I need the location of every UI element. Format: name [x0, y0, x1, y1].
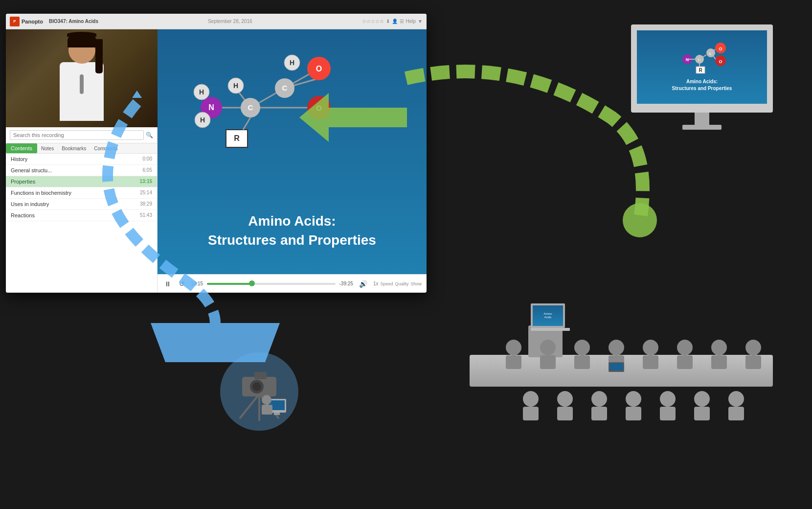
svg-point-41 — [252, 382, 261, 391]
svg-point-63 — [745, 340, 761, 355]
svg-rect-52 — [574, 355, 590, 369]
browser-title: BIO347: Amino Acids — [49, 19, 98, 24]
svg-rect-70 — [591, 407, 607, 420]
browser-logo: P Panopto — [10, 17, 43, 26]
monitor-stand — [695, 113, 709, 125]
svg-rect-64 — [745, 355, 761, 369]
svg-point-49 — [540, 340, 556, 355]
svg-rect-46 — [262, 405, 272, 415]
svg-text:R: R — [699, 68, 702, 73]
svg-rect-56 — [609, 363, 623, 370]
quality-text: Quality — [395, 281, 408, 286]
svg-rect-48 — [506, 355, 521, 369]
svg-point-69 — [591, 391, 607, 407]
svg-rect-39 — [254, 372, 267, 379]
monitor-base — [682, 125, 722, 130]
svg-point-61 — [711, 340, 727, 355]
svg-rect-74 — [660, 407, 676, 420]
svg-rect-78 — [728, 407, 744, 420]
monitor-molecule: N C C O O R — [677, 42, 726, 76]
svg-rect-44 — [274, 413, 280, 415]
help-button[interactable]: Help — [406, 19, 416, 24]
svg-rect-58 — [643, 355, 658, 369]
svg-point-45 — [262, 395, 271, 405]
svg-text:O: O — [719, 46, 722, 51]
browser-controls: ☆☆☆☆☆ ⬇ 👤 ☰ Help ▼ — [362, 19, 423, 24]
svg-rect-60 — [677, 355, 693, 369]
speed-label: 1x — [373, 281, 379, 286]
svg-marker-34 — [132, 91, 142, 98]
blue-dashed-arrow — [10, 88, 352, 362]
svg-point-77 — [728, 391, 744, 407]
show-text: Show — [410, 281, 422, 286]
svg-text:O: O — [719, 59, 722, 64]
svg-point-51 — [574, 340, 590, 355]
svg-point-32 — [623, 203, 657, 237]
svg-rect-66 — [523, 407, 539, 420]
svg-point-73 — [660, 391, 676, 407]
camera-operator-area — [220, 352, 298, 431]
svg-point-57 — [643, 340, 658, 355]
ctrl-right: 1x Speed Quality Show — [373, 281, 422, 286]
svg-rect-76 — [694, 407, 710, 420]
panopto-logo-icon: P — [10, 17, 20, 26]
browser-chrome: P Panopto BIO347: Amino Acids September … — [6, 14, 427, 29]
audience-svg — [494, 323, 792, 445]
audience — [489, 313, 797, 450]
svg-point-65 — [523, 391, 539, 407]
svg-point-53 — [609, 340, 624, 355]
svg-point-71 — [626, 391, 641, 407]
svg-point-75 — [694, 391, 710, 407]
svg-line-35 — [240, 394, 259, 418]
monitor-screen: N C C O O R Amino Acids: Structures and … — [631, 24, 773, 113]
svg-rect-68 — [557, 407, 573, 420]
svg-point-67 — [557, 391, 573, 407]
svg-rect-50 — [540, 355, 556, 369]
camera-tripod-icon — [230, 360, 289, 423]
svg-rect-62 — [711, 355, 727, 369]
speed-text: Speed — [380, 281, 393, 286]
classroom-monitor: N C C O O R Amino Acids: Structures and … — [631, 24, 773, 137]
volume-button[interactable]: 🔊 — [357, 279, 369, 289]
panopto-logo-text: Panopto — [22, 19, 43, 24]
monitor-slide-text: Amino Acids: Structures and Properties — [672, 78, 732, 92]
svg-point-47 — [506, 340, 521, 355]
svg-point-59 — [677, 340, 693, 355]
browser-date: September 28, 2016 — [208, 19, 252, 24]
svg-rect-72 — [626, 407, 641, 420]
